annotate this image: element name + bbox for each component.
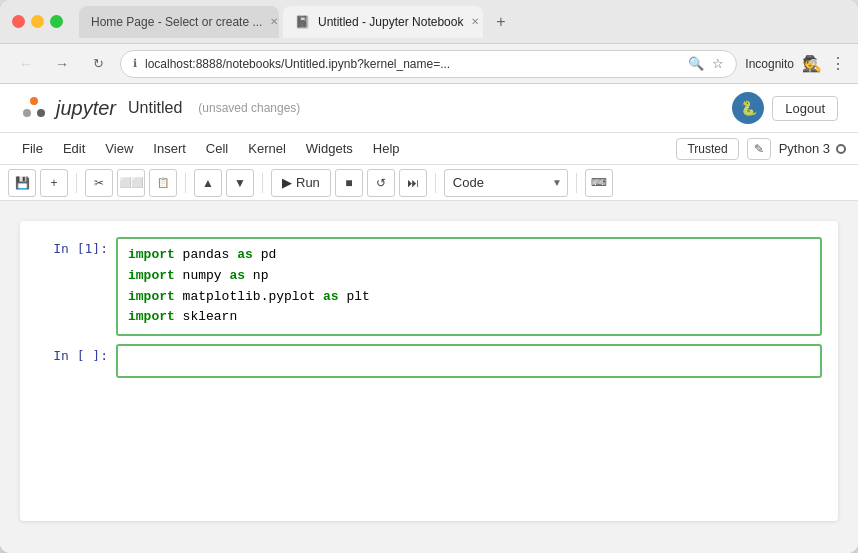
kernel-status-circle — [836, 144, 846, 154]
profile-area: Incognito 🕵 ⋮ — [745, 54, 846, 73]
code-line-1: import pandas as pd — [128, 245, 810, 266]
menu-widgets[interactable]: Widgets — [296, 137, 363, 160]
new-tab-button[interactable]: + — [487, 8, 515, 36]
jupyter-header-right: 🐍 Logout — [732, 92, 838, 124]
bookmark-icon[interactable]: ☆ — [712, 56, 724, 71]
code-line-4: import sklearn — [128, 307, 810, 328]
tab-notebook-label: Untitled - Jupyter Notebook — [318, 15, 463, 29]
svg-point-2 — [37, 109, 45, 117]
run-icon: ▶ — [282, 175, 292, 190]
move-down-button[interactable]: ▼ — [226, 169, 254, 197]
paste-icon: 📋 — [157, 177, 169, 188]
stop-button[interactable]: ■ — [335, 169, 363, 197]
cell-1: In [1]: import pandas as pd import numpy… — [36, 237, 822, 336]
cell-2-prompt: In [ ]: — [36, 344, 116, 363]
tab-home-label: Home Page - Select or create ... — [91, 15, 262, 29]
search-icon[interactable]: 🔍 — [688, 56, 704, 71]
menu-view[interactable]: View — [95, 137, 143, 160]
minimize-window-btn[interactable] — [31, 15, 44, 28]
cell-2-input[interactable] — [128, 352, 810, 370]
back-icon: ← — [19, 56, 33, 72]
cell-type-select[interactable]: Code Markdown Raw NBConvert — [444, 169, 568, 197]
run-button[interactable]: ▶ Run — [271, 169, 331, 197]
svg-point-0 — [30, 97, 38, 105]
menu-right: Trusted ✎ Python 3 — [676, 138, 846, 160]
notebook-title[interactable]: Untitled — [128, 99, 182, 117]
incognito-icon: 🕵 — [802, 54, 822, 73]
notebook-area: In [1]: import pandas as pd import numpy… — [0, 201, 858, 553]
toolbar: 💾 + ✂ ⬜⬜ 📋 ▲ ▼ ▶ — [0, 165, 858, 201]
forward-button[interactable]: → — [48, 50, 76, 78]
cell-2-content[interactable] — [116, 344, 822, 378]
back-button[interactable]: ← — [12, 50, 40, 78]
run-label: Run — [296, 175, 320, 190]
lock-icon: ℹ — [133, 57, 137, 70]
jupyter-logo-icon — [20, 94, 48, 122]
logout-button[interactable]: Logout — [772, 96, 838, 121]
tab-bar: Home Page - Select or create ... ✕ 📓 Unt… — [79, 6, 846, 38]
notebook-inner: In [1]: import pandas as pd import numpy… — [20, 221, 838, 521]
menu-insert[interactable]: Insert — [143, 137, 196, 160]
jupyter-content: jupyter Untitled (unsaved changes) 🐍 Log… — [0, 84, 858, 553]
menu-bar: File Edit View Insert Cell Kernel Widget… — [0, 133, 858, 165]
paste-button[interactable]: 📋 — [149, 169, 177, 197]
separator-2 — [185, 173, 186, 193]
trusted-button[interactable]: Trusted — [676, 138, 738, 160]
cut-icon: ✂ — [94, 176, 104, 190]
menu-edit[interactable]: Edit — [53, 137, 95, 160]
close-window-btn[interactable] — [12, 15, 25, 28]
menu-file[interactable]: File — [12, 137, 53, 160]
code-line-3: import matplotlib.pyplot as plt — [128, 287, 810, 308]
pencil-button[interactable]: ✎ — [747, 138, 771, 160]
cell-2: In [ ]: — [36, 344, 822, 378]
restart-button[interactable]: ↺ — [367, 169, 395, 197]
add-icon: + — [50, 176, 57, 190]
add-cell-button[interactable]: + — [40, 169, 68, 197]
title-bar: Home Page - Select or create ... ✕ 📓 Unt… — [0, 0, 858, 44]
separator-4 — [435, 173, 436, 193]
incognito-label: Incognito — [745, 57, 794, 71]
tab-home-close[interactable]: ✕ — [270, 16, 278, 27]
browser-window: Home Page - Select or create ... ✕ 📓 Unt… — [0, 0, 858, 553]
url-bar[interactable]: ℹ localhost:8888/notebooks/Untitled.ipyn… — [120, 50, 737, 78]
separator-3 — [262, 173, 263, 193]
jupyter-brand: jupyter — [56, 97, 116, 120]
copy-button[interactable]: ⬜⬜ — [117, 169, 145, 197]
separator-5 — [576, 173, 577, 193]
save-icon: 💾 — [15, 176, 30, 190]
cell-1-prompt: In [1]: — [36, 237, 116, 256]
cell-type-wrapper: Code Markdown Raw NBConvert ▼ — [444, 169, 568, 197]
maximize-window-btn[interactable] — [50, 15, 63, 28]
kernel-name: Python 3 — [779, 141, 830, 156]
move-up-button[interactable]: ▲ — [194, 169, 222, 197]
copy-icon: ⬜⬜ — [119, 177, 143, 188]
tab-notebook[interactable]: 📓 Untitled - Jupyter Notebook ✕ — [283, 6, 483, 38]
move-up-icon: ▲ — [202, 176, 214, 190]
keyboard-shortcuts-button[interactable]: ⌨ — [585, 169, 613, 197]
url-text: localhost:8888/notebooks/Untitled.ipynb?… — [145, 57, 680, 71]
jupyter-header: jupyter Untitled (unsaved changes) 🐍 Log… — [0, 84, 858, 133]
cell-1-content[interactable]: import pandas as pd import numpy as np i… — [116, 237, 822, 336]
svg-point-1 — [23, 109, 31, 117]
menu-help[interactable]: Help — [363, 137, 410, 160]
traffic-lights — [12, 15, 63, 28]
menu-cell[interactable]: Cell — [196, 137, 238, 160]
forward-icon: → — [55, 56, 69, 72]
refresh-icon: ↻ — [93, 56, 104, 71]
menu-kernel[interactable]: Kernel — [238, 137, 296, 160]
code-line-2: import numpy as np — [128, 266, 810, 287]
stop-icon: ■ — [345, 176, 352, 190]
python-logo: 🐍 — [732, 92, 764, 124]
save-button[interactable]: 💾 — [8, 169, 36, 197]
jupyter-logo: jupyter — [20, 94, 116, 122]
cut-button[interactable]: ✂ — [85, 169, 113, 197]
unsaved-label: (unsaved changes) — [198, 101, 300, 115]
fast-forward-button[interactable]: ⏭ — [399, 169, 427, 197]
fast-forward-icon: ⏭ — [407, 176, 419, 190]
refresh-button[interactable]: ↻ — [84, 50, 112, 78]
tab-home[interactable]: Home Page - Select or create ... ✕ — [79, 6, 279, 38]
restart-icon: ↺ — [376, 176, 386, 190]
tab-notebook-close[interactable]: ✕ — [471, 16, 479, 27]
more-options-button[interactable]: ⋮ — [830, 54, 846, 73]
address-bar: ← → ↻ ℹ localhost:8888/notebooks/Untitle… — [0, 44, 858, 84]
